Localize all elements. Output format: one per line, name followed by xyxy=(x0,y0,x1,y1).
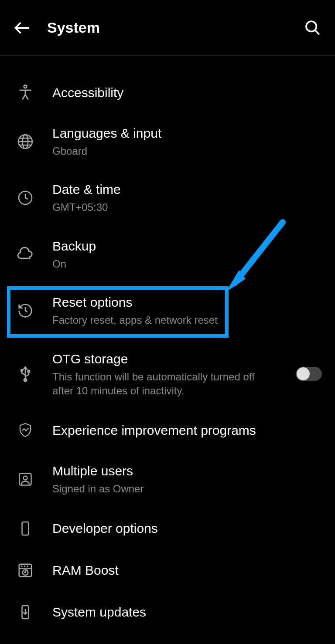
svg-point-13 xyxy=(21,369,23,371)
item-title: Backup xyxy=(52,237,322,254)
item-datetime[interactable]: Date & time GMT+05:30 xyxy=(0,169,335,226)
item-text: Experience improvement programs xyxy=(52,422,322,439)
page-title: System xyxy=(47,19,303,36)
usb-icon xyxy=(13,366,38,382)
back-arrow-icon[interactable] xyxy=(12,18,32,38)
item-text: Multiple users Signed in as Owner xyxy=(52,462,322,496)
svg-rect-14 xyxy=(28,371,30,373)
item-subtitle: This function will be automatically turn… xyxy=(52,370,262,398)
item-subtitle: Factory reset, apps & network reset xyxy=(52,313,322,327)
item-multiple-users[interactable]: Multiple users Signed in as Owner xyxy=(0,451,335,507)
svg-point-3 xyxy=(24,85,27,88)
svg-point-1 xyxy=(306,21,316,31)
item-title: Reset options xyxy=(52,294,322,311)
item-text: OTG storage This function will be automa… xyxy=(52,350,291,398)
item-title: Accessibility xyxy=(52,84,322,101)
cloud-icon xyxy=(13,245,38,263)
svg-rect-18 xyxy=(22,522,29,535)
item-title: RAM Boost xyxy=(52,562,322,579)
item-title: OTG storage xyxy=(52,350,291,367)
accessibility-icon xyxy=(13,84,38,101)
shield-icon xyxy=(13,422,38,438)
item-text: System updates xyxy=(52,603,322,620)
item-title: Languages & input xyxy=(52,125,322,142)
user-icon xyxy=(13,471,38,487)
system-update-icon xyxy=(13,604,38,620)
item-experience-improvement[interactable]: Experience improvement programs xyxy=(0,409,335,451)
item-subtitle: Signed in as Owner xyxy=(52,482,322,496)
item-reset-options[interactable]: Reset options Factory reset, apps & netw… xyxy=(0,282,335,339)
item-system-updates[interactable]: System updates xyxy=(0,591,335,633)
item-text: Reset options Factory reset, apps & netw… xyxy=(52,294,322,327)
item-accessibility[interactable]: Accessibility xyxy=(0,71,335,113)
globe-icon xyxy=(13,133,38,150)
item-text: Languages & input Gboard xyxy=(52,125,322,158)
reset-icon xyxy=(13,302,38,319)
ram-boost-icon xyxy=(13,562,38,579)
item-ram-boost[interactable]: RAM Boost xyxy=(0,549,335,591)
search-icon[interactable] xyxy=(303,18,323,38)
item-languages[interactable]: Languages & input Gboard xyxy=(0,113,335,169)
item-otg-storage[interactable]: OTG storage This function will be automa… xyxy=(0,339,335,410)
item-subtitle: Gboard xyxy=(52,144,322,158)
otg-toggle[interactable] xyxy=(296,367,322,381)
header: System xyxy=(0,0,335,56)
clock-icon xyxy=(13,190,38,206)
item-title: System updates xyxy=(52,603,322,620)
item-title: Experience improvement programs xyxy=(52,422,322,439)
item-text: Backup On xyxy=(52,237,322,271)
item-subtitle: GMT+05:30 xyxy=(52,200,322,214)
svg-line-2 xyxy=(315,30,319,34)
item-title: Multiple users xyxy=(52,462,322,479)
item-text: Accessibility xyxy=(52,84,322,101)
item-developer-options[interactable]: Developer options xyxy=(0,508,335,549)
item-backup[interactable]: Backup On xyxy=(0,226,335,282)
item-subtitle: On xyxy=(52,257,322,271)
item-text: RAM Boost xyxy=(52,562,322,579)
item-title: Date & time xyxy=(52,181,322,198)
svg-point-17 xyxy=(24,476,27,480)
item-text: Date & time GMT+05:30 xyxy=(52,181,322,214)
settings-list: Accessibility Languages & input Gboard D… xyxy=(0,56,335,633)
svg-line-7 xyxy=(25,95,28,100)
svg-point-15 xyxy=(24,379,27,382)
svg-line-6 xyxy=(22,95,25,100)
item-text: Developer options xyxy=(52,520,322,537)
phone-icon xyxy=(13,521,38,536)
item-title: Developer options xyxy=(52,520,322,537)
